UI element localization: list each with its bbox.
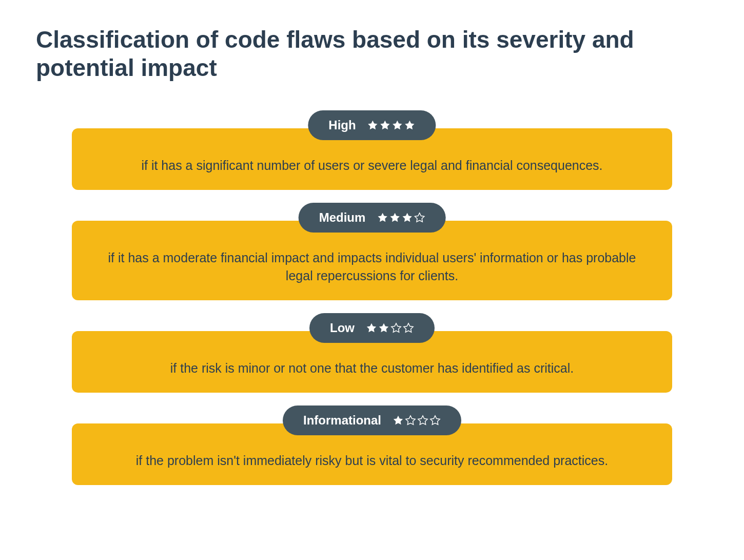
star-filled-icon xyxy=(377,212,388,223)
star-filled-icon xyxy=(404,120,416,131)
star-empty-icon xyxy=(390,322,402,334)
star-filled-icon xyxy=(393,415,404,426)
severity-description-text: if the risk is minor or not one that the… xyxy=(97,359,647,377)
severity-pill: Low xyxy=(309,313,435,343)
star-filled-icon xyxy=(367,120,379,131)
severity-item-medium: Medium if it has a moderate financial im… xyxy=(72,221,672,300)
star-empty-icon xyxy=(405,415,416,426)
star-filled-icon xyxy=(380,120,391,131)
severity-list: High if it has a significant number of u… xyxy=(36,128,708,485)
page-title: Classification of code flaws based on it… xyxy=(36,26,708,82)
severity-description-text: if it has a significant number of users … xyxy=(97,157,647,175)
severity-description-text: if the problem isn't immediately risky b… xyxy=(97,452,647,470)
star-empty-icon xyxy=(417,415,428,426)
severity-label: Medium xyxy=(319,210,366,225)
star-filled-icon xyxy=(401,212,413,223)
severity-label: High xyxy=(328,118,356,132)
severity-description-text: if it has a moderate financial impact an… xyxy=(97,249,647,285)
severity-pill: High xyxy=(308,110,436,140)
severity-label: Informational xyxy=(303,413,381,428)
star-filled-icon xyxy=(392,120,403,131)
severity-label: Low xyxy=(330,321,355,335)
severity-stars xyxy=(366,322,414,334)
severity-pill: Medium xyxy=(299,203,446,233)
severity-stars xyxy=(367,120,416,131)
severity-stars xyxy=(377,212,425,223)
star-empty-icon xyxy=(403,322,414,334)
severity-description-box: if it has a moderate financial impact an… xyxy=(72,221,672,300)
severity-stars xyxy=(393,415,441,426)
severity-item-low: Low if the risk is minor or not one that… xyxy=(72,331,672,393)
severity-item-high: High if it has a significant number of u… xyxy=(72,128,672,190)
star-filled-icon xyxy=(366,322,377,334)
star-empty-icon xyxy=(414,212,425,223)
severity-item-informational: Informational if the problem isn't immed… xyxy=(72,423,672,485)
star-filled-icon xyxy=(389,212,400,223)
star-empty-icon xyxy=(429,415,441,426)
star-filled-icon xyxy=(378,322,389,334)
severity-pill: Informational xyxy=(283,405,461,435)
